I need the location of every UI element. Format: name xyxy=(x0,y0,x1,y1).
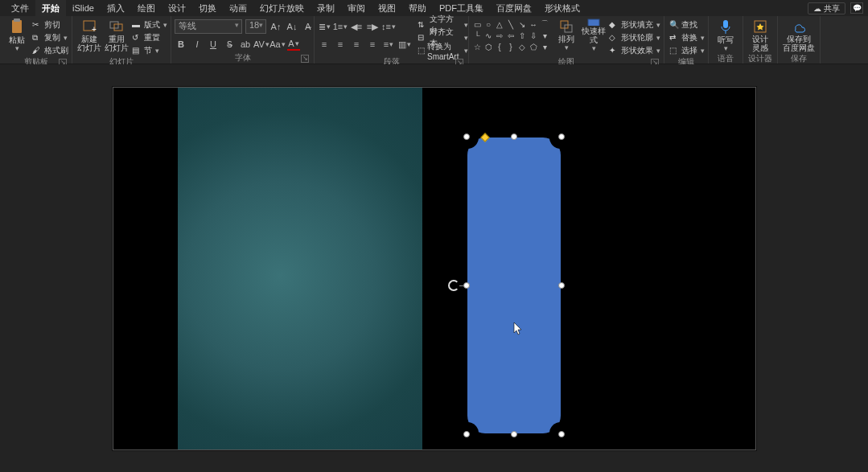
select-button[interactable]: ⬚选择▾ xyxy=(669,45,705,56)
clear-format-icon[interactable]: A̶ xyxy=(302,20,315,33)
shape-curve-icon[interactable]: ∿ xyxy=(483,31,493,40)
shape-triangle-icon[interactable]: △ xyxy=(495,19,504,29)
menu-animations[interactable]: 动画 xyxy=(223,0,253,16)
spacing-icon[interactable]: AV▾ xyxy=(255,38,268,51)
shape-pent-icon[interactable]: ⬠ xyxy=(529,42,538,51)
menu-file[interactable]: 文件 xyxy=(5,0,35,16)
shape-callout-icon[interactable]: ◇ xyxy=(517,42,527,51)
shape-more-ud-icon[interactable]: ▾ xyxy=(540,31,549,40)
svg-rect-9 xyxy=(723,20,728,28)
paste-button[interactable]: 粘贴▾ xyxy=(3,18,31,53)
menu-view[interactable]: 视图 xyxy=(372,0,402,16)
menu-insert[interactable]: 插入 xyxy=(101,0,131,16)
new-slide-button[interactable]: + 新建 幻灯片 xyxy=(76,18,103,53)
align-dist-icon[interactable]: ≡▾ xyxy=(382,39,395,50)
shape-darrow2-icon[interactable]: ⇩ xyxy=(529,31,538,40)
copy-button[interactable]: ⧉复制▾ xyxy=(32,32,68,43)
resize-handle-tl[interactable] xyxy=(463,133,470,140)
align-right-icon[interactable]: ≡ xyxy=(350,39,363,50)
shape-circle-icon[interactable]: ○ xyxy=(483,19,493,29)
shape-arrow-icon[interactable]: ↘ xyxy=(517,19,527,29)
shape-rarrow-icon[interactable]: ⇨ xyxy=(495,31,504,40)
shape-gallery[interactable]: ▭ ○ △ ╲ ↘ ↔ ⌒ └ ∿ ⇨ ⇦ ⇧ ⇩ ▾ ☆ ⬡ { } ◇ ⬠ xyxy=(472,18,549,51)
strike-icon[interactable]: S̶ xyxy=(223,38,236,51)
shape-text-icon[interactable]: ⌒ xyxy=(540,19,549,29)
bullets-icon[interactable]: ≣▾ xyxy=(318,21,331,32)
font-color-icon[interactable]: A▾ xyxy=(287,38,300,51)
case-icon[interactable]: Aa▾ xyxy=(271,38,284,51)
align-left-icon[interactable]: ≡ xyxy=(318,39,331,50)
resize-handle-bm[interactable] xyxy=(511,431,517,437)
rounded-rect-shape[interactable] xyxy=(467,137,561,433)
selected-shape[interactable] xyxy=(467,137,561,433)
section-button[interactable]: ▤节▾ xyxy=(132,45,167,56)
arrange-button[interactable]: 排列▾ xyxy=(553,18,580,53)
find-button[interactable]: 🔍查找 xyxy=(669,19,705,31)
resize-handle-bl[interactable] xyxy=(463,431,470,437)
shape-line-icon[interactable]: ╲ xyxy=(506,19,516,29)
shape-uarrow-icon[interactable]: ⇧ xyxy=(517,31,527,40)
comments-button[interactable]: 💬 xyxy=(850,2,863,14)
replace-button[interactable]: ⇄替换▾ xyxy=(669,32,705,43)
columns-icon[interactable]: ▥▾ xyxy=(398,39,411,50)
menu-record[interactable]: 录制 xyxy=(311,0,341,16)
resize-handle-ml[interactable] xyxy=(463,282,470,289)
slide-canvas[interactable] xyxy=(113,87,756,450)
menu-help[interactable]: 帮助 xyxy=(402,0,433,16)
shape-brace-l-icon[interactable]: { xyxy=(495,42,504,51)
menu-slideshow[interactable]: 幻灯片放映 xyxy=(253,0,311,16)
shape-fill-button[interactable]: ◆形状填充▾ xyxy=(609,19,660,31)
shape-brace-r-icon[interactable]: } xyxy=(506,42,516,51)
design-ideas-button[interactable]: 设计 灵感 xyxy=(747,18,774,53)
indent-dec-icon[interactable]: ◀≡ xyxy=(350,21,363,32)
align-justify-icon[interactable]: ≡ xyxy=(366,39,379,50)
dictate-button[interactable]: 听写▾ xyxy=(712,18,739,53)
menu-home[interactable]: 开始 xyxy=(35,0,66,16)
resize-handle-br[interactable] xyxy=(558,431,565,437)
reset-button[interactable]: ↺重置 xyxy=(132,32,167,43)
line-spacing-icon[interactable]: ↕≡▾ xyxy=(382,21,395,32)
rotate-handle[interactable] xyxy=(448,280,459,291)
font-size-select[interactable]: 18 xyxy=(245,19,266,34)
italic-icon[interactable]: I xyxy=(191,38,204,51)
share-button[interactable]: ☁ 共享 xyxy=(808,2,845,14)
format-painter-button[interactable]: 🖌格式刷 xyxy=(32,45,68,56)
shape-more-icon[interactable]: ▾ xyxy=(540,42,549,51)
numbering-icon[interactable]: 1≡▾ xyxy=(334,21,347,32)
save-to-baidu-button[interactable]: 保存到 百度网盘 xyxy=(781,18,817,53)
decrease-font-icon[interactable]: A↓ xyxy=(286,20,298,33)
shape-rect-icon[interactable]: ▭ xyxy=(472,19,482,29)
cut-button[interactable]: ✂剪切 xyxy=(32,19,68,31)
resize-handle-tm[interactable] xyxy=(511,133,517,140)
menu-review[interactable]: 审阅 xyxy=(341,0,372,16)
shape-fill-label: 形状填充 xyxy=(621,19,653,31)
shape-larrow-icon[interactable]: ⇦ xyxy=(506,31,516,40)
align-center-icon[interactable]: ≡ xyxy=(334,39,347,50)
quick-styles-button[interactable]: 快速样式▾ xyxy=(580,18,607,53)
menu-transitions[interactable]: 切换 xyxy=(192,0,223,16)
shadow-icon[interactable]: ab xyxy=(239,38,252,51)
shape-star-icon[interactable]: ☆ xyxy=(472,42,482,51)
font-name-select[interactable]: 等线 xyxy=(175,19,242,34)
shape-outline-button[interactable]: ◇形状轮廓▾ xyxy=(609,32,660,43)
menu-design[interactable]: 设计 xyxy=(162,0,192,16)
reuse-slide-button[interactable]: 重用 幻灯片 xyxy=(103,18,130,53)
shape-hex-icon[interactable]: ⬡ xyxy=(483,42,493,51)
shape-darrow-icon[interactable]: ↔ xyxy=(529,19,538,29)
resize-handle-tr[interactable] xyxy=(558,133,565,140)
shape-elbow-icon[interactable]: └ xyxy=(472,31,482,40)
bold-icon[interactable]: B xyxy=(175,38,187,51)
slide-workspace[interactable] xyxy=(0,64,868,472)
indent-inc-icon[interactable]: ≡▶ xyxy=(366,21,379,32)
shape-effects-button[interactable]: ✦形状效果▾ xyxy=(609,45,660,56)
menu-islide[interactable]: iSlide xyxy=(66,0,101,16)
menu-draw[interactable]: 绘图 xyxy=(131,0,162,16)
menu-shape-format[interactable]: 形状格式 xyxy=(538,0,586,16)
layout-button[interactable]: ▬版式▾ xyxy=(132,19,167,31)
underline-icon[interactable]: U xyxy=(207,38,220,51)
increase-font-icon[interactable]: A↑ xyxy=(269,20,282,33)
menu-baidu[interactable]: 百度网盘 xyxy=(490,0,538,16)
resize-handle-mr[interactable] xyxy=(558,282,565,289)
smartart-button[interactable]: ⬚转换为 SmartArt▾ xyxy=(418,45,468,56)
font-launcher[interactable]: ↘ xyxy=(301,55,309,63)
